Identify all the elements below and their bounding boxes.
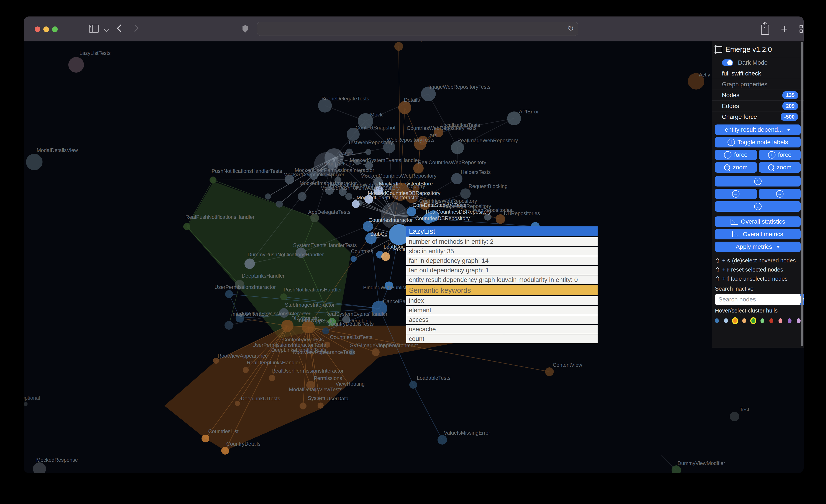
graph-node[interactable]: [183, 223, 190, 230]
node-label: Permissions: [314, 375, 342, 381]
node-label: CancelBag: [383, 298, 408, 304]
metric-dropdown[interactable]: entity result depend...: [715, 124, 801, 135]
node-label: Country: [407, 183, 425, 189]
node-label: RootViewAppearance: [218, 353, 268, 359]
plus-icon[interactable]: +: [781, 24, 788, 33]
graph-node[interactable]: [225, 321, 233, 330]
node-label: RealUserPermissionsInteractor: [272, 368, 344, 374]
graph-node[interactable]: [730, 412, 739, 421]
cluster-hull-dot[interactable]: [724, 318, 728, 323]
graph-node[interactable]: [210, 177, 217, 183]
graph-node[interactable]: [276, 201, 283, 207]
graph-node[interactable]: [545, 367, 554, 376]
back-icon[interactable]: [117, 24, 124, 32]
graph-node[interactable]: [322, 327, 329, 334]
pan-right-button[interactable]: →: [759, 189, 801, 199]
graph-node[interactable]: [221, 447, 229, 454]
graph-node[interactable]: [365, 149, 371, 155]
graph-node[interactable]: [244, 258, 255, 269]
panel-scrollbar[interactable]: [801, 42, 803, 346]
graph-node[interactable]: [409, 381, 417, 389]
graph-node[interactable]: [310, 213, 319, 222]
dark-mode-toggle[interactable]: [722, 59, 733, 66]
tooltip-keyword-row: access: [406, 315, 598, 324]
arrow-left-icon: ←: [732, 190, 740, 198]
node-label: MockedCountriesWebRepository: [360, 173, 436, 179]
graph-node[interactable]: [265, 193, 271, 199]
graph-node[interactable]: [243, 367, 249, 373]
cluster-hull-dot[interactable]: [787, 318, 791, 323]
cluster-hull-dot[interactable]: [742, 318, 746, 323]
graph-node[interactable]: [300, 402, 306, 410]
graph-node[interactable]: [398, 101, 411, 114]
grid-icon[interactable]: [800, 25, 804, 33]
node-label: MockedSystemEventsHandler: [350, 157, 419, 163]
chevron-down-icon[interactable]: [104, 26, 109, 32]
graph-canvas[interactable]: LazyListTestsModalDetailsViewMockedRespo…: [24, 42, 804, 473]
shield-icon[interactable]: [242, 25, 248, 33]
graph-node[interactable]: [68, 57, 84, 73]
apply-metrics-button[interactable]: Apply metrics: [715, 242, 801, 252]
sidebar-toggle-icon[interactable]: [89, 25, 99, 33]
graph-node[interactable]: [394, 42, 403, 51]
pan-up-button[interactable]: ↑: [715, 176, 801, 187]
zoom-out-button[interactable]: zoom: [715, 162, 757, 173]
url-bar[interactable]: ↻: [257, 22, 578, 36]
graph-property-row: Edges209: [712, 101, 804, 112]
node-label: CountriesWebRepositoryTests: [407, 125, 477, 131]
overall-statistics-button[interactable]: Overall statistics: [715, 216, 801, 227]
caret-icon: [776, 246, 780, 248]
close-icon[interactable]: [35, 26, 40, 32]
cluster-hull-dot[interactable]: [769, 318, 773, 323]
force-increase-button[interactable]: +force: [759, 150, 801, 160]
graph-node[interactable]: [280, 294, 287, 300]
node-label: SceneDelegateTests: [321, 96, 369, 102]
graph-node[interactable]: [381, 252, 390, 261]
forward-icon[interactable]: [131, 24, 138, 32]
graph-node[interactable]: [24, 402, 27, 406]
pan-left-button[interactable]: ←: [715, 189, 757, 199]
cluster-hull-dot[interactable]: [715, 318, 719, 323]
pan-down-button[interactable]: ↓: [715, 201, 801, 212]
graph-node[interactable]: [269, 375, 275, 381]
share-icon[interactable]: [761, 25, 769, 35]
reload-icon[interactable]: ↻: [568, 24, 574, 33]
graph-node[interactable]: [235, 401, 240, 406]
info-icon: i: [727, 139, 735, 146]
graph-edge: [400, 108, 405, 192]
cluster-hull-dot[interactable]: [797, 318, 801, 323]
graph-node[interactable]: [225, 290, 233, 298]
zoom-icon[interactable]: [52, 26, 58, 32]
graph-property-row: Nodes135: [712, 90, 804, 101]
graph-node[interactable]: [26, 154, 43, 170]
graph-node[interactable]: [33, 462, 46, 473]
graph-node[interactable]: [298, 192, 306, 201]
graph-node[interactable]: [437, 435, 447, 445]
graph-node[interactable]: [460, 188, 471, 199]
graph-node[interactable]: [345, 193, 352, 200]
graph-node[interactable]: [351, 256, 357, 262]
graph-node[interactable]: [201, 435, 209, 442]
force-decrease-button[interactable]: −force: [715, 150, 757, 160]
node-label: APIError: [519, 109, 539, 115]
graph-node[interactable]: [317, 402, 323, 408]
overall-metrics-button[interactable]: Overall metrics: [715, 229, 801, 239]
graph-node[interactable]: [352, 200, 360, 208]
tooltip-metric-row: entity result dependency graph louvain m…: [406, 275, 598, 284]
cluster-hull-dot[interactable]: [778, 318, 782, 323]
node-label: System: [308, 395, 325, 401]
node-label: ContentView: [553, 362, 582, 368]
cluster-hull-dot[interactable]: [751, 318, 755, 323]
graph-node[interactable]: [372, 348, 379, 356]
graph-node[interactable]: [407, 207, 416, 216]
shift-key-icon: ⇧: [715, 266, 720, 273]
toggle-node-labels-button[interactable]: i Toggle node labels: [715, 137, 801, 147]
search-input[interactable]: [715, 294, 800, 305]
cluster-hull-dot[interactable]: [761, 318, 764, 323]
graph-node[interactable]: [281, 320, 293, 332]
cluster-hull-dot[interactable]: [733, 318, 737, 323]
zoom-in-button[interactable]: zoom: [759, 162, 801, 173]
minimize-icon[interactable]: [43, 26, 49, 32]
dark-mode-label: Dark Mode: [738, 59, 798, 66]
value-badge: 209: [782, 102, 798, 110]
